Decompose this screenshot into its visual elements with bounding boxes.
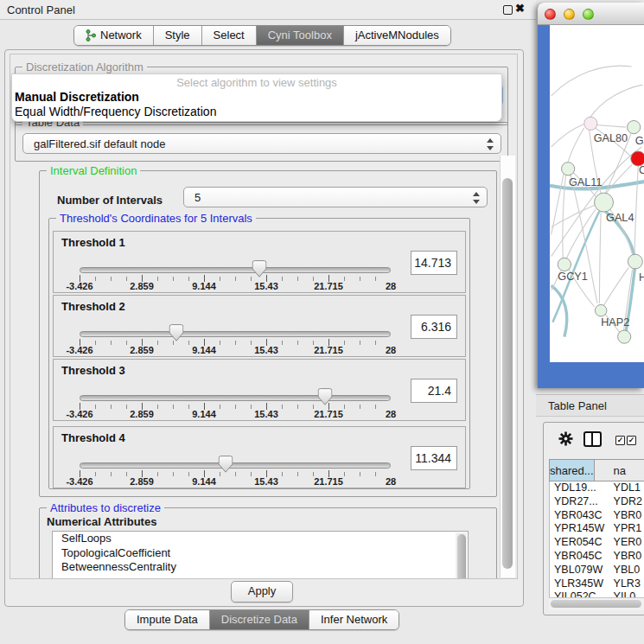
table-row[interactable]: YLR345WYLR3: [550, 577, 644, 591]
table-row[interactable]: YDR27...YDR2: [550, 495, 644, 509]
apply-button[interactable]: Apply: [231, 581, 293, 603]
threshold-3-slider[interactable]: -3.4262.8599.14415.4321.71528: [80, 391, 391, 418]
slider-thumb[interactable]: [169, 324, 183, 345]
tick-label: 9.144: [192, 281, 216, 291]
number-of-intervals-combobox[interactable]: 5: [183, 187, 488, 207]
numerical-attributes-list[interactable]: SelfLoopsTopologicalCoefficientBetweenne…: [52, 531, 469, 579]
checkbox-icon[interactable]: ✓: [627, 436, 636, 445]
table-body[interactable]: YDL19...YDL1YDR27...YDR2YBR043CYBR0YPR14…: [549, 481, 644, 597]
tick-label: 2.859: [130, 409, 154, 419]
threshold-3-value-field[interactable]: 21.4: [411, 379, 457, 403]
cell-shared-name[interactable]: YPR145W: [550, 522, 611, 536]
cell-name[interactable]: YBR0: [611, 550, 644, 564]
cell-name[interactable]: YPR1: [611, 522, 644, 536]
slider-track[interactable]: [80, 395, 391, 401]
gear-icon[interactable]: [558, 431, 573, 446]
network-view-window[interactable]: GAL80GACGAL11GAL4GCY1HHAP2: [538, 3, 644, 388]
tab-select[interactable]: Select: [202, 26, 257, 45]
slider-thumb[interactable]: [252, 260, 266, 281]
column-header-shared-name[interactable]: shared...: [550, 460, 595, 481]
split-columns-icon[interactable]: [583, 431, 602, 447]
network-node[interactable]: [628, 121, 641, 134]
node-label: HAP2: [601, 316, 629, 328]
tick-label: 15.43: [254, 281, 278, 291]
cell-name[interactable]: YBL0: [611, 564, 644, 577]
cell-shared-name[interactable]: YBL079W: [550, 564, 611, 577]
cell-name[interactable]: YIL0: [611, 590, 644, 597]
tab-impute-data[interactable]: Impute Data: [125, 610, 210, 629]
cell-shared-name[interactable]: YLR345W: [550, 577, 611, 591]
main-scrollbar[interactable]: [500, 156, 515, 577]
close-icon[interactable]: ✖: [515, 2, 525, 15]
slider-track[interactable]: [80, 331, 391, 337]
attribute-list-item[interactable]: SelfLoops: [53, 532, 468, 546]
slider-track[interactable]: [80, 267, 391, 273]
float-window-icon[interactable]: [503, 5, 513, 15]
table-row[interactable]: YIL052CYIL0: [550, 590, 644, 597]
cell-shared-name[interactable]: YIL052C: [550, 590, 611, 597]
threshold-1-slider[interactable]: -3.4262.8599.14415.4321.71528: [80, 263, 391, 290]
cell-shared-name[interactable]: YBR043C: [550, 509, 611, 523]
scrollbar-thumb[interactable]: [502, 178, 513, 569]
attribute-list-item[interactable]: TopologicalCoefficient: [53, 546, 468, 561]
tick-label: 2.859: [130, 281, 154, 291]
threshold-2-slider[interactable]: -3.4262.8599.14415.4321.71528: [80, 327, 391, 354]
close-traffic-light-icon[interactable]: [545, 9, 556, 20]
column-header-name[interactable]: na: [595, 460, 644, 481]
network-node[interactable]: [558, 258, 571, 271]
cell-name[interactable]: YLR3: [611, 577, 644, 591]
cell-name[interactable]: YDL1: [611, 481, 644, 495]
tab-cyni-toolbox[interactable]: Cyni Toolbox: [257, 26, 344, 45]
threshold-4-value-field[interactable]: 11.344: [411, 446, 457, 470]
table-horizontal-scrollbar[interactable]: [549, 597, 644, 610]
table-row[interactable]: YBL079WYBL0: [550, 564, 644, 577]
threshold-4-slider[interactable]: -3.4262.8599.14415.4321.71528: [80, 458, 391, 486]
threshold-1-value-field[interactable]: 14.713: [411, 251, 457, 275]
threshold-4-label: Threshold 4: [61, 431, 125, 444]
tab-jactivemnodules[interactable]: jActiveMNodules: [344, 26, 450, 45]
network-node[interactable]: [595, 193, 614, 212]
table-data-combobox[interactable]: galFiltered.sif default node: [22, 133, 501, 154]
slider-thumb[interactable]: [318, 388, 333, 409]
tab-style[interactable]: Style: [154, 26, 202, 45]
cell-name[interactable]: YER0: [611, 536, 644, 550]
right-column: GAL80GACGAL11GAL4GCY1HHAP2 Table Panel ✓…: [536, 0, 644, 644]
scrollbar-thumb[interactable]: [551, 600, 641, 608]
cell-shared-name[interactable]: YER054C: [550, 536, 611, 550]
attribute-list-item[interactable]: BetweennessCentrality: [53, 560, 468, 575]
cell-shared-name[interactable]: YBR045C: [550, 550, 611, 564]
algorithm-dropdown-popup: Select algorithm to view settings Manual…: [11, 73, 502, 122]
table-row[interactable]: YBR045CYBR0: [550, 550, 644, 564]
table-row[interactable]: YBR043CYBR0: [550, 509, 644, 523]
cell-shared-name[interactable]: YDL19...: [550, 481, 611, 495]
threshold-2-value-field[interactable]: 6.316: [411, 315, 457, 339]
tab-network[interactable]: Network: [74, 26, 154, 45]
network-window-titlebar[interactable]: [538, 3, 644, 25]
algorithm-option-manual[interactable]: Manual Discretization: [15, 90, 139, 104]
tab-discretize-data[interactable]: Discretize Data: [210, 610, 309, 629]
zoom-traffic-light-icon[interactable]: [583, 9, 594, 20]
network-node[interactable]: [562, 163, 575, 175]
checkbox-icon[interactable]: ✓: [615, 436, 625, 445]
slider-track[interactable]: [80, 462, 391, 469]
tab-infer-network[interactable]: Infer Network: [309, 610, 399, 629]
table-row[interactable]: YPR145WYPR1: [550, 522, 644, 536]
table-row[interactable]: YER054CYER0: [550, 536, 644, 550]
slider-thumb[interactable]: [219, 456, 233, 476]
network-edge: [634, 166, 638, 253]
network-node[interactable]: [595, 304, 607, 316]
cell-shared-name[interactable]: YDR27...: [550, 495, 611, 509]
cell-name[interactable]: YBR0: [611, 509, 644, 523]
network-node[interactable]: [628, 254, 642, 269]
network-canvas[interactable]: GAL80GACGAL11GAL4GCY1HHAP2: [550, 25, 644, 362]
table-row[interactable]: YDL19...YDL1: [550, 481, 644, 495]
cell-name[interactable]: YDR2: [611, 495, 644, 509]
network-node[interactable]: [618, 330, 631, 343]
list-scrollbar[interactable]: [456, 532, 467, 579]
tick-label: -3.426: [66, 281, 92, 291]
algorithm-option-equal-width[interactable]: Equal Width/Frequency Discretization: [15, 105, 216, 118]
minimize-traffic-light-icon[interactable]: [564, 9, 575, 20]
threshold-4-panel: Threshold 4 -3.4262.8599.14415.4321.7152…: [53, 426, 466, 488]
network-node[interactable]: [584, 117, 597, 130]
threshold-1-panel: Threshold 1 -3.4262.8599.14415.4321.7152…: [53, 231, 466, 293]
